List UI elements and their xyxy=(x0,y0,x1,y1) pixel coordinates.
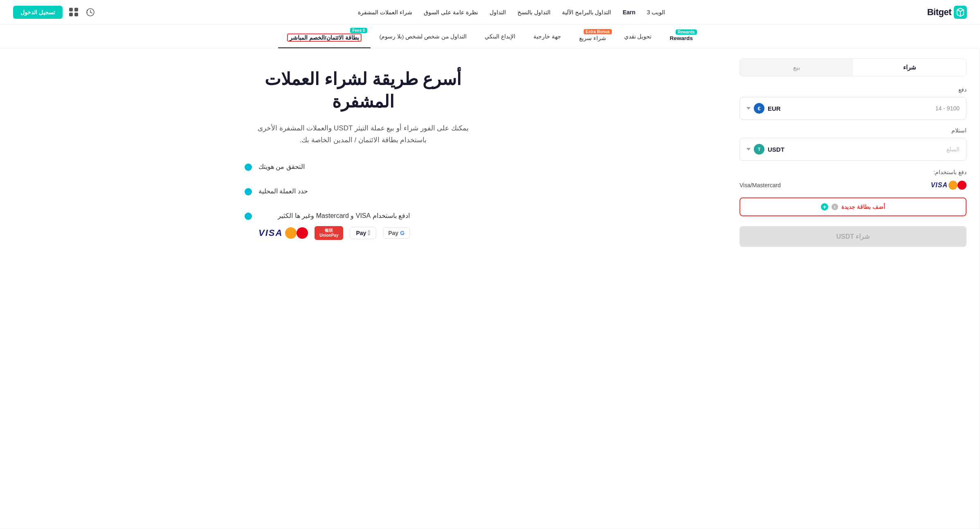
add-card-plus-icon: + xyxy=(821,203,828,211)
hero-description: يمكنك على الفور شراء أو بيع عملة التيثر … xyxy=(249,123,478,146)
sub-nav-rewards[interactable]: Rewards Rewards xyxy=(661,26,701,47)
visa-logo: VISA xyxy=(258,228,283,238)
form-panel: شراء بيع دفع 9100 - 14 EUR € استلام المب… xyxy=(726,49,980,529)
zero-fees-badge: 0 Fees xyxy=(350,28,367,33)
usdt-chevron-icon xyxy=(746,148,751,150)
nav-market[interactable]: نظرة عامة على السوق xyxy=(424,9,478,16)
pay-method-name: Visa/Mastercard xyxy=(739,182,781,188)
hero-panel: أسرع طريقة لشراء العملاتالمشفرة يمكنك عل… xyxy=(0,49,726,529)
sub-nav-third-party[interactable]: جهة خارجية xyxy=(524,27,570,45)
step-1-dot xyxy=(245,164,252,171)
header: Bitget الويب 3 Earn التداول بالبرامج الآ… xyxy=(0,0,980,25)
nav-trade[interactable]: التداول xyxy=(490,9,506,16)
bitget-logo-icon xyxy=(954,6,967,19)
gpay-logo: G Pay xyxy=(383,227,410,239)
extra-bonus-badge: Extra Bonus xyxy=(584,29,612,34)
sub-nav-cash[interactable]: تحويل نقدي xyxy=(615,27,661,45)
eur-currency-left: EUR € xyxy=(746,103,781,114)
steps-list: التحقق من هويتك حدد العملة المحلية ادفع … xyxy=(245,163,482,240)
add-card-info-icon: i xyxy=(832,204,838,210)
sub-nav-quick-buy[interactable]: Extra Bonus شراء سريع xyxy=(570,26,615,47)
step-2-label: حدد العملة المحلية xyxy=(258,187,308,195)
usdt-icon: T xyxy=(754,144,764,155)
grid-icon[interactable] xyxy=(69,8,78,17)
nav-earn[interactable]: Earn xyxy=(623,9,635,16)
nav-copy-trade[interactable]: التداول بالنسخ xyxy=(517,9,551,16)
nav-bot[interactable]: التداول بالبرامج الآلية xyxy=(562,9,611,16)
step-2-dot xyxy=(245,188,252,195)
main-nav: الويب 3 Earn التداول بالبرامج الآلية الت… xyxy=(358,9,665,16)
mastercard-logo xyxy=(289,227,308,239)
rewards-badge: Rewards xyxy=(676,29,697,35)
receive-label: استلام xyxy=(739,127,967,134)
card-payment-icons: VISA xyxy=(931,180,967,190)
pay-methods: VISA Visa/Mastercard xyxy=(739,180,967,190)
buy-sell-tabs: شراء بيع xyxy=(739,58,967,76)
sub-nav: Rewards Rewards تحويل نقدي Extra Bonus ش… xyxy=(0,25,980,49)
tab-buy[interactable]: شراء xyxy=(853,59,967,76)
sub-nav-p2p[interactable]: التداول من شخص لشخص (بلا رسوم) xyxy=(371,27,476,45)
main-layout: شراء بيع دفع 9100 - 14 EUR € استلام المب… xyxy=(0,49,980,529)
hero-title: أسرع طريقة لشراء العملاتالمشفرة xyxy=(26,68,700,113)
eur-icon: € xyxy=(754,103,764,114)
usdt-currency-left: USDT T xyxy=(746,144,784,155)
history-icon[interactable] xyxy=(85,7,96,18)
sub-nav-credit-card[interactable]: 0 Fees بطاقة الائتمان/الخصم المباشر xyxy=(278,25,370,48)
buy-button[interactable]: شراء USDT xyxy=(739,226,967,247)
tab-sell[interactable]: بيع xyxy=(740,59,853,76)
pay-label: دفع xyxy=(739,86,967,93)
apple-pay-logo:  Pay xyxy=(350,227,376,239)
step-3-dot xyxy=(245,213,252,220)
mastercard-icon xyxy=(952,180,967,190)
sub-nav-bank[interactable]: الإيداع البنكي xyxy=(476,27,524,45)
step-2: حدد العملة المحلية xyxy=(245,187,482,195)
usdt-label: USDT xyxy=(768,146,784,153)
amount-input-placeholder: المبلغ xyxy=(946,146,960,152)
eur-chevron-icon xyxy=(746,107,751,110)
nav-buy-crypto[interactable]: شراء العملات المشفرة xyxy=(358,9,412,16)
add-card-button[interactable]: أضف بطاقة جديدة i + xyxy=(739,197,967,216)
eur-label: EUR xyxy=(768,105,781,112)
step-3: ادفع باستخدام VISA و Mastercard وغير ها … xyxy=(245,212,482,240)
unionpay-logo: 银联 UnionPay xyxy=(315,226,343,240)
header-actions: تسجيل الدخول xyxy=(13,6,96,19)
visa-icon: VISA xyxy=(931,182,948,189)
step-1-label: التحقق من هويتك xyxy=(258,163,305,170)
receive-currency-selector[interactable]: المبلغ USDT T xyxy=(739,138,967,161)
step-1: التحقق من هويتك xyxy=(245,163,482,171)
nav-web3[interactable]: الويب 3 xyxy=(647,9,665,16)
pay-currency-selector[interactable]: 9100 - 14 EUR € xyxy=(739,97,967,120)
amount-range: 9100 - 14 xyxy=(935,105,960,112)
payment-logos: G Pay  Pay 银联 UnionPay xyxy=(258,226,410,240)
step-3-label: ادفع باستخدام VISA و Mastercard وغير ها … xyxy=(278,212,410,219)
logo[interactable]: Bitget xyxy=(927,6,967,19)
pay-with-label: دفع باستخدام: xyxy=(739,169,967,175)
login-button[interactable]: تسجيل الدخول xyxy=(13,6,63,19)
